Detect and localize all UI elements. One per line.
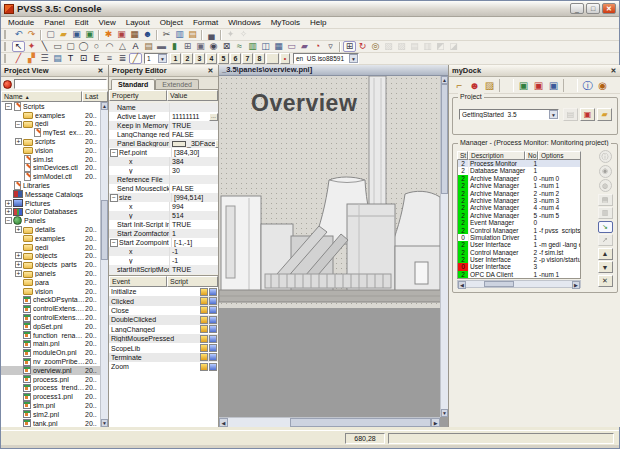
manager-row[interactable]: 2 Archive Manager 2 -num 2 xyxy=(458,190,580,197)
scroll-right-icon[interactable]: ▶ xyxy=(572,281,580,289)
scroll-right-icon[interactable]: ▶ xyxy=(431,418,440,427)
expander-icon[interactable] xyxy=(14,339,23,348)
edit-script-icon[interactable] xyxy=(200,306,208,314)
ungroup-icon[interactable]: ▨ xyxy=(395,41,408,52)
frame-tool-icon[interactable]: ▣ xyxy=(194,41,207,52)
tree-item[interactable]: controlExtens.pnl 20.. xyxy=(1,304,100,313)
tree-item[interactable]: vision 20.. xyxy=(1,287,100,296)
property-row[interactable]: Keep in Memory TRUE xyxy=(109,121,218,130)
manager-row[interactable]: 2 Database Manager 1 xyxy=(458,167,580,174)
brush-icon[interactable]: ▞ xyxy=(25,53,38,64)
expander-icon[interactable] xyxy=(109,131,117,139)
menu-item[interactable]: Edit xyxy=(70,17,94,28)
expander-icon[interactable] xyxy=(109,140,117,148)
edit-script-icon[interactable] xyxy=(200,325,208,333)
scroll-left-icon[interactable]: ◀ xyxy=(219,418,228,427)
property-row[interactable]: x -1 xyxy=(109,247,218,256)
minimize-button[interactable]: _ xyxy=(570,3,584,14)
scroll-up-icon[interactable]: ▲ xyxy=(101,102,108,110)
vision-module-icon[interactable]: ▣ xyxy=(115,29,128,40)
manager-row[interactable]: 2 User Interface 1 -m gedi -lang en_U xyxy=(458,241,580,248)
event-row[interactable]: DoubleClicked xyxy=(109,315,218,324)
redo-icon[interactable]: ↷ xyxy=(25,29,38,40)
tab-extended[interactable]: Extended xyxy=(155,79,199,89)
script-wizard-icon[interactable] xyxy=(209,316,217,324)
layer-number-button[interactable]: 1 xyxy=(170,53,181,64)
menu-item[interactable]: Module xyxy=(3,17,39,28)
manager-properties-button[interactable]: ▤ xyxy=(598,194,613,206)
expander-icon[interactable] xyxy=(5,103,12,110)
order-back-icon[interactable]: ◪ xyxy=(447,41,460,52)
encoding-select[interactable]: en_US.iso88591 ▼ xyxy=(293,53,359,64)
raise-layer-icon[interactable]: ▤ xyxy=(408,41,421,52)
tree-item[interactable]: Panels xyxy=(1,216,100,225)
expander-icon[interactable] xyxy=(14,155,23,164)
scroll-down-icon[interactable]: ▼ xyxy=(101,419,108,427)
document-title-bar[interactable]: _3.5\panels\overview.pnl] xyxy=(219,65,448,76)
property-row[interactable]: x 994 xyxy=(109,202,218,211)
expander-icon[interactable] xyxy=(109,221,117,229)
column-last[interactable]: Last xyxy=(82,91,108,102)
expander-icon[interactable] xyxy=(14,357,23,366)
property-row[interactable]: startInitScriptMode TRUE xyxy=(109,265,218,274)
tree-item[interactable]: para 20.. xyxy=(1,278,100,287)
tree-item[interactable]: sim.lst 20.. xyxy=(1,155,100,164)
tree-item[interactable]: objects 20.. xyxy=(1,252,100,261)
manager-debug-button[interactable]: ◉ xyxy=(599,165,612,178)
tree-item[interactable]: process.pnl 20.. xyxy=(1,375,100,384)
tree-item[interactable]: sim2.pnl 20.. xyxy=(1,410,100,419)
expander-icon[interactable] xyxy=(24,128,33,137)
expander-icon[interactable] xyxy=(5,200,12,207)
property-row[interactable]: Start Zoompoint [-1,-1] xyxy=(109,238,218,247)
tree-item[interactable]: objects_parts 20.. xyxy=(1,260,100,269)
arc-tool-icon[interactable]: ◠ xyxy=(103,41,116,52)
tree-item[interactable]: gedi 20.. xyxy=(1,120,100,129)
tree-item[interactable]: process1.pnl 20.. xyxy=(1,392,100,401)
picture-editor-icon[interactable]: ▦ xyxy=(128,29,141,40)
tree-item[interactable]: dpSet.pnl 20.. xyxy=(1,322,100,331)
layer-number-button[interactable]: 6 xyxy=(230,53,241,64)
ellipse-tool-icon[interactable]: ◯ xyxy=(77,41,90,52)
property-row[interactable]: LangChange redr... FALSE xyxy=(109,130,218,139)
menu-item[interactable]: Format xyxy=(188,17,223,28)
menu-item[interactable]: Layout xyxy=(121,17,155,28)
expander-icon[interactable] xyxy=(109,230,117,238)
layer-select[interactable]: 1 ▼ xyxy=(144,53,168,64)
edit-script-icon[interactable] xyxy=(200,316,208,324)
tree-item[interactable]: simDevices.ctl 20.. xyxy=(1,164,100,173)
expander-icon[interactable] xyxy=(14,163,23,172)
tree-item[interactable]: Color Databases xyxy=(1,208,100,217)
project-select[interactable]: GettingStarted_3.5 ▼ xyxy=(459,109,559,120)
roundrect-tool-icon[interactable]: ▢ xyxy=(64,41,77,52)
progressbar-tool-icon[interactable]: ▰ xyxy=(298,41,311,52)
tree-item[interactable]: moduleOn.pnl 20.. xyxy=(1,348,100,357)
menu-item[interactable]: View xyxy=(94,17,121,28)
grid-snap-icon[interactable]: ⊞ xyxy=(343,41,356,52)
expander-icon[interactable] xyxy=(14,111,23,120)
manager-row[interactable]: 0 User Interface 3 xyxy=(458,263,580,270)
tree-item[interactable]: Libraries xyxy=(1,181,100,190)
tree-item[interactable]: myTest_ext.ctl 20.. xyxy=(1,128,100,137)
event-row[interactable]: Initialize xyxy=(109,287,218,296)
table-tool-icon[interactable]: ▦ xyxy=(272,41,285,52)
property-row[interactable]: Start Init-Script in... TRUE xyxy=(109,220,218,229)
circle-tool-icon[interactable]: ○ xyxy=(90,41,103,52)
document-vertical-scrollbar[interactable]: ▲ ▼ xyxy=(440,76,448,417)
pushbutton-tool-icon[interactable]: ▬ xyxy=(155,41,168,52)
menu-item[interactable]: Panel xyxy=(39,17,69,28)
tree-item[interactable]: sim.pnl 20.. xyxy=(1,401,100,410)
expander-icon[interactable] xyxy=(4,190,13,199)
copy-icon[interactable]: ▥ xyxy=(173,29,186,40)
tree-item[interactable]: tank.pnl 20.. xyxy=(1,419,100,427)
tree-item[interactable]: nv_zoomPribe.pnl 20.. xyxy=(1,357,100,366)
tree-item[interactable]: checkDPsyntax.exclude 20.. xyxy=(1,296,100,305)
property-row[interactable]: Start Zoomfactor 1 xyxy=(109,229,218,238)
layer-number-button[interactable]: 7 xyxy=(242,53,253,64)
event-row[interactable]: LangChanged xyxy=(109,325,218,334)
event-row[interactable]: Terminate xyxy=(109,353,218,362)
expander-icon[interactable] xyxy=(14,295,23,304)
expander-icon[interactable] xyxy=(121,248,129,256)
tree-item[interactable]: Message Catalogs xyxy=(1,190,100,199)
column-name[interactable]: Name ▲ xyxy=(1,91,82,102)
polygon-tool-icon[interactable]: △ xyxy=(116,41,129,52)
